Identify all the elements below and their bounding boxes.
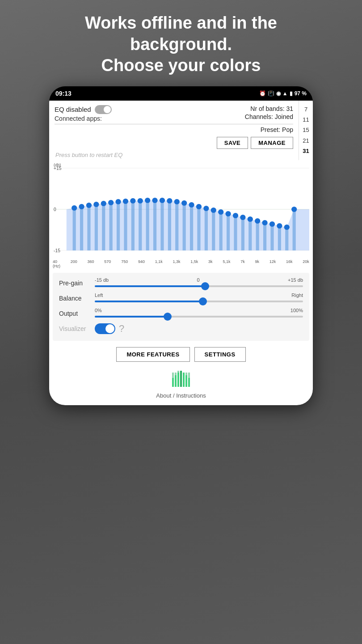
svg-text:0: 0 [54, 207, 56, 212]
about-section: About / Instructions [49, 366, 313, 405]
svg-point-41 [72, 205, 77, 211]
pregain-track[interactable] [95, 285, 303, 287]
balance-thumb[interactable] [199, 297, 207, 305]
output-container: 0% 100% [95, 308, 303, 319]
svg-point-60 [211, 208, 216, 213]
balance-track[interactable] [95, 301, 303, 302]
bands-option-31[interactable]: 31 [303, 146, 309, 156]
svg-point-68 [269, 221, 275, 227]
wifi-icon: ◉ [276, 90, 281, 97]
svg-text:-15: -15 [54, 248, 60, 253]
battery-percent: 97 % [295, 90, 307, 97]
output-range: 0% 100% [95, 308, 303, 313]
bands-option-15[interactable]: 15 [303, 125, 309, 135]
visualizer-toggle[interactable] [95, 323, 115, 334]
svg-point-42 [79, 204, 84, 209]
eq-chart-wrapper[interactable]: +15 (db) 0 -15 [53, 160, 309, 258]
manage-button[interactable]: MANAGE [251, 137, 293, 149]
bands-selector[interactable]: 7 11 15 21 31 [299, 101, 313, 160]
svg-text:(db): (db) [54, 163, 61, 167]
output-row: Output 0% 100% [59, 308, 303, 319]
svg-point-65 [248, 216, 253, 222]
output-thumb[interactable] [164, 313, 172, 321]
top-area: EQ disabled Connected apps: Nr of bands:… [49, 101, 313, 160]
svg-point-67 [262, 220, 267, 225]
bands-option-7[interactable]: 7 [304, 104, 307, 114]
eq-top-section: EQ disabled Connected apps: Nr of bands:… [49, 101, 299, 124]
output-track[interactable] [95, 316, 303, 318]
bottom-buttons: MORE FEATURES SETTINGS [49, 343, 313, 366]
svg-point-50 [138, 198, 143, 203]
svg-point-71 [291, 207, 297, 212]
phone-frame: 09:13 ⏰ 📳 ◉ ▲ ▮ 97 % EQ disabled [49, 86, 313, 405]
eq-left-top: EQ disabled Connected apps: [55, 105, 112, 122]
balance-range: Left Right [95, 292, 303, 298]
svg-rect-79 [188, 378, 190, 387]
svg-point-52 [152, 198, 157, 203]
eq-right-top: Nr of bands: 31 Channels: Joined [245, 105, 293, 120]
svg-rect-77 [183, 373, 185, 387]
main-top-content: EQ disabled Connected apps: Nr of bands:… [49, 101, 299, 160]
signal-icon: ▲ [282, 90, 288, 97]
pregain-fill [95, 285, 205, 287]
about-link[interactable]: About / Instructions [156, 392, 206, 399]
svg-point-63 [233, 213, 238, 218]
svg-point-47 [115, 199, 121, 204]
svg-point-43 [86, 203, 92, 208]
svg-point-69 [277, 223, 282, 229]
svg-rect-75 [177, 373, 179, 387]
svg-point-55 [174, 199, 180, 204]
svg-point-46 [108, 200, 114, 205]
svg-point-57 [189, 202, 194, 208]
svg-point-64 [240, 215, 245, 220]
balance-label: Balance [59, 295, 95, 302]
svg-point-59 [203, 206, 209, 211]
balance-row: Balance Left Right [59, 292, 303, 304]
alarm-icon: ⏰ [259, 90, 266, 97]
app-content: EQ disabled Connected apps: Nr of bands:… [49, 101, 313, 405]
svg-point-49 [130, 198, 135, 203]
battery-icon: ▮ [290, 90, 293, 97]
status-icons: ⏰ 📳 ◉ ▲ ▮ 97 % [259, 90, 307, 97]
svg-rect-73 [172, 378, 174, 387]
sliders-section: Pre-gain -15 db 0 +15 db Balance [53, 273, 309, 341]
app-icon[interactable] [170, 369, 192, 390]
eq-chart: +15 (db) 0 -15 [53, 160, 309, 258]
connected-apps: Connected apps: [55, 115, 112, 122]
pregain-thumb[interactable] [201, 282, 209, 290]
output-fill [95, 316, 168, 318]
visualizer-help-icon[interactable]: ? [119, 323, 124, 335]
svg-point-48 [123, 199, 128, 204]
output-label: Output [59, 310, 95, 317]
pregain-container: -15 db 0 +15 db [95, 277, 303, 289]
svg-rect-83 [188, 373, 190, 378]
settings-button[interactable]: SETTINGS [194, 347, 246, 362]
preset-row: Preset: Pop [49, 124, 299, 135]
svg-point-70 [284, 225, 290, 230]
svg-point-58 [196, 204, 202, 209]
visualizer-label: Visualizer [59, 325, 95, 332]
svg-point-54 [167, 198, 172, 203]
visualizer-row: Visualizer ? [59, 323, 303, 335]
pregain-label: Pre-gain [59, 280, 95, 287]
svg-rect-81 [175, 373, 177, 375]
bands-option-21[interactable]: 21 [303, 136, 309, 146]
svg-point-44 [93, 202, 99, 207]
status-time: 09:13 [55, 90, 72, 97]
svg-rect-82 [177, 371, 179, 373]
freq-labels: 40(Hz) 200 360 570 750 940 1,1k 1,3k 1,5… [49, 258, 313, 270]
svg-rect-84 [185, 373, 187, 375]
save-manage-row: SAVE MANAGE [49, 135, 299, 151]
balance-fill [95, 301, 203, 302]
headline: Works offline and in the background. Cho… [67, 0, 295, 86]
svg-rect-78 [185, 375, 187, 387]
svg-point-62 [225, 211, 231, 216]
vibrate-icon: 📳 [268, 90, 274, 97]
status-bar: 09:13 ⏰ 📳 ◉ ▲ ▮ 97 % [49, 86, 313, 101]
bands-option-11[interactable]: 11 [303, 114, 309, 125]
eq-toggle[interactable] [95, 105, 112, 114]
save-button[interactable]: SAVE [217, 137, 248, 149]
more-features-button[interactable]: MORE FEATURES [116, 347, 189, 362]
svg-rect-80 [172, 373, 174, 378]
channels: Channels: Joined [245, 113, 293, 120]
